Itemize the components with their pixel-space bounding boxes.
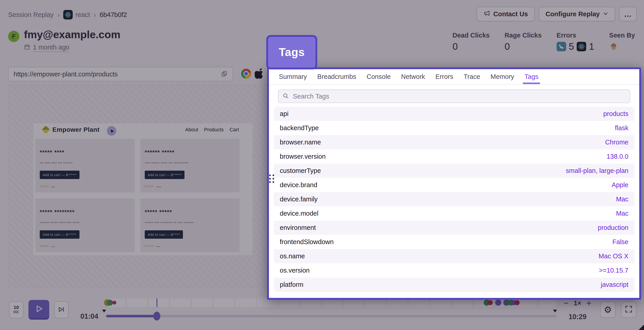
tag-row: os.name Mac OS X <box>274 249 634 263</box>
tab-trace[interactable]: Trace <box>464 69 480 84</box>
tag-key: device.family <box>280 195 318 203</box>
tag-value-link[interactable]: small-plan, large-plan <box>566 167 628 174</box>
tab-errors[interactable]: Errors <box>435 69 453 84</box>
tag-key: backendType <box>280 124 319 132</box>
tab-summary[interactable]: Summary <box>279 69 307 84</box>
tag-value-link[interactable]: >=10.15.7 <box>599 267 628 274</box>
tab-console[interactable]: Console <box>367 69 391 84</box>
tag-row: device.family Mac <box>274 192 634 206</box>
tag-row: api products <box>274 107 634 121</box>
tag-key: device.model <box>280 210 318 217</box>
tag-key: os.name <box>280 252 305 260</box>
tag-value-link[interactable]: Mac <box>616 210 628 217</box>
tag-key: browser.name <box>280 139 321 146</box>
tag-row: backendType flask <box>274 121 634 135</box>
tag-key: browser.version <box>280 153 326 160</box>
tag-value-link[interactable]: Apple <box>612 181 628 189</box>
tag-row: device.brand Apple <box>274 178 634 192</box>
tag-row: frontendSlowdown False <box>274 235 634 249</box>
tag-key: environment <box>280 224 316 231</box>
tag-value-link[interactable]: products <box>603 110 628 118</box>
session-replay-page: Session Replay › react › 6b47b0f2 Contac… <box>0 0 644 330</box>
panel-resize-handle[interactable] <box>269 174 274 183</box>
tag-row: os.version >=10.15.7 <box>274 263 634 277</box>
tag-value-link[interactable]: 138.0.0 <box>606 153 628 160</box>
tag-value-link[interactable]: flask <box>615 124 628 132</box>
tag-key: platform <box>280 281 304 288</box>
search-icon <box>282 93 289 100</box>
tag-row: customerType small-plan, large-plan <box>274 164 634 178</box>
tag-row: device.model Mac <box>274 206 634 221</box>
tag-value-link[interactable]: Mac <box>616 195 628 203</box>
tag-value-link[interactable]: javascript <box>601 281 629 288</box>
tag-value-link[interactable]: False <box>612 238 628 246</box>
tab-memory[interactable]: Memory <box>490 69 514 84</box>
tag-value-link[interactable]: production <box>598 224 628 231</box>
tag-value-link[interactable]: Mac OS X <box>598 252 628 260</box>
tag-key: os.version <box>280 267 310 274</box>
tag-key: frontendSlowdown <box>280 238 334 246</box>
tag-row: browser.name Chrome <box>274 135 634 149</box>
tag-list: api products backendType flask browser.n… <box>274 107 634 292</box>
search-tags-input[interactable] <box>292 93 626 100</box>
tag-key: customerType <box>280 167 321 174</box>
tag-row: platform javascript <box>274 277 634 292</box>
tab-tags[interactable]: Tags <box>524 69 538 84</box>
tab-breadcrumbs[interactable]: Breadcrumbs <box>317 69 356 84</box>
tag-search-bar <box>278 90 630 103</box>
tag-row: browser.version 138.0.0 <box>274 149 634 164</box>
tag-value-link[interactable]: Chrome <box>605 139 628 146</box>
panel-tab-bar: Summary Breadcrumbs Console Network Erro… <box>269 69 639 85</box>
tag-key: api <box>280 110 288 118</box>
tour-highlight-title: Tags <box>266 35 317 69</box>
tag-key: device.brand <box>280 181 317 189</box>
tab-network[interactable]: Network <box>401 69 425 84</box>
replay-details-panel: Summary Breadcrumbs Console Network Erro… <box>267 67 641 300</box>
tag-row: environment production <box>274 221 634 235</box>
